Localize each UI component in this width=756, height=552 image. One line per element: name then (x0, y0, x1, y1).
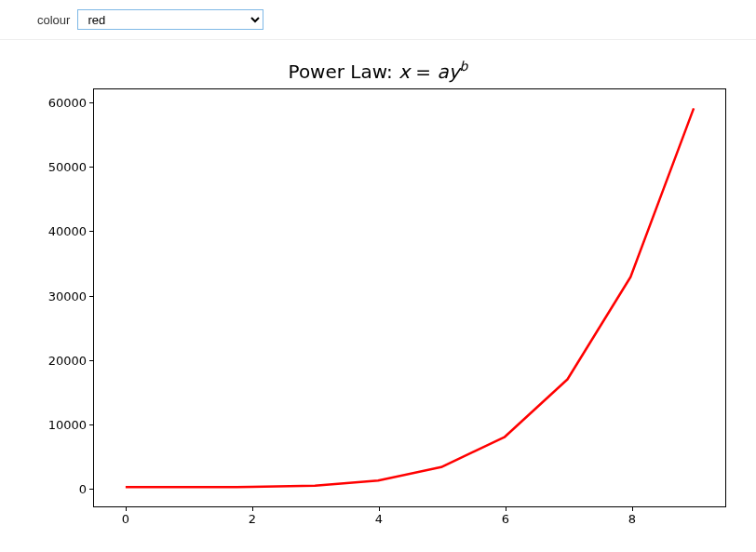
ytick-mark (89, 231, 94, 232)
ytick-mark (89, 360, 94, 361)
xtick-label: 2 (249, 512, 256, 526)
xtick-mark (379, 506, 380, 511)
ytick-label: 60000 (48, 95, 87, 109)
colour-label: colour (37, 13, 70, 27)
ytick-label: 0 (79, 482, 87, 496)
ytick-mark (89, 489, 94, 490)
xtick-label: 4 (375, 512, 383, 526)
xtick-mark (632, 506, 633, 511)
ytick-mark (89, 424, 94, 425)
xtick-label: 6 (502, 512, 509, 526)
xtick-label: 8 (628, 512, 636, 526)
ytick-label: 10000 (48, 418, 87, 432)
ytick-label: 20000 (48, 353, 87, 367)
title-prefix: Power Law: (289, 61, 399, 83)
controls-bar: colour red (0, 0, 756, 40)
xtick-mark (126, 506, 127, 511)
ytick-label: 30000 (48, 289, 87, 303)
colour-dropdown[interactable]: red (77, 9, 263, 30)
xtick-mark (252, 506, 253, 511)
ytick-mark (89, 167, 94, 168)
data-line (94, 89, 725, 506)
chart: Power Law: x = ayb 010000200003000040000… (0, 42, 756, 552)
ytick-label: 40000 (48, 224, 87, 238)
ytick-label: 50000 (48, 160, 87, 174)
ytick-mark (89, 296, 94, 297)
chart-title: Power Law: x = ayb (0, 59, 756, 83)
plot-area: 010000200003000040000500006000002468 (93, 88, 726, 507)
xtick-label: 0 (122, 512, 129, 526)
ytick-mark (89, 102, 94, 103)
xtick-mark (506, 506, 506, 511)
